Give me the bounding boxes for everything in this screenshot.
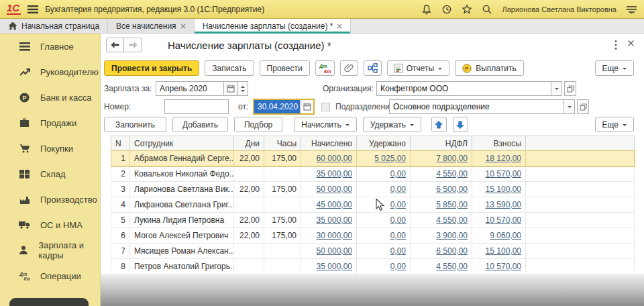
cell-ndfl[interactable]: 4 550,00	[411, 259, 472, 274]
cell-employee[interactable]: Ковальков Николай Федо...	[130, 166, 234, 182]
attachments-button[interactable]	[340, 60, 358, 76]
tab-all-accruals[interactable]: Все начисления	[108, 19, 195, 33]
calendar-picker-button[interactable]	[300, 100, 313, 113]
forward-button[interactable]	[124, 38, 142, 52]
cell-row-number[interactable]: 4	[111, 197, 130, 213]
cell-fees[interactable]: 10 570,00	[472, 213, 526, 228]
open-organization-button[interactable]	[564, 81, 576, 96]
col-header-employee[interactable]: Сотрудник	[130, 136, 234, 151]
cell-employee[interactable]: Могов Алексей Петрович	[130, 228, 234, 244]
cell-accrued[interactable]: 30 000,00	[301, 228, 357, 244]
cell-employee[interactable]: Петров Анатолий Григорь...	[130, 259, 234, 274]
cell-fees[interactable]: 15 100,00	[472, 244, 526, 259]
col-header-ndfl[interactable]: НДФЛ	[411, 136, 472, 151]
cell-withheld[interactable]: 0,00	[357, 259, 411, 274]
cell-row-number[interactable]: 1	[111, 151, 130, 166]
table-row[interactable]: 4 Лифанова Светлана Григ... 45 000,00 0,…	[111, 197, 635, 213]
table-row[interactable]: 8 Петров Анатолий Григорь... 35 000,00 0…	[111, 259, 635, 274]
sidebar-item-salary-hr[interactable]: Зарплата и кадры	[0, 238, 100, 263]
organization-input[interactable]: Конфетпром ООО	[376, 81, 562, 96]
cell-days[interactable]	[234, 166, 264, 182]
cell-employee[interactable]: Ларионова Светлана Вик...	[130, 182, 234, 197]
cell-withheld[interactable]: 0,00	[357, 166, 411, 182]
sidebar-next-item-stub[interactable]	[9, 298, 89, 306]
pick-button[interactable]: Подбор	[234, 117, 282, 132]
calendar-picker-button[interactable]	[224, 81, 238, 96]
cell-fees[interactable]: 15 100,00	[472, 182, 526, 197]
number-input[interactable]	[164, 99, 229, 114]
cell-days[interactable]: 22,00	[234, 151, 264, 166]
cell-accrued[interactable]: 45 000,00	[301, 197, 357, 213]
service-menu-icon[interactable]	[626, 5, 637, 14]
cell-hours[interactable]: 175,00	[264, 151, 301, 166]
cell-ndfl[interactable]: 7 800,00	[411, 151, 472, 166]
sidebar-item-operations[interactable]: ДтКт Операции	[0, 263, 100, 289]
move-row-down-button[interactable]	[453, 117, 468, 132]
sidebar-item-bank-cash[interactable]: Р Банк и касса	[0, 85, 100, 110]
cell-days[interactable]: 22,00	[234, 213, 264, 228]
salary-period-input[interactable]: Апрель 2020	[156, 81, 224, 96]
cell-withheld[interactable]: 0,00	[357, 244, 411, 259]
form-close-icon[interactable]	[627, 40, 635, 47]
dropdown-button[interactable]	[564, 100, 574, 113]
cell-hours[interactable]: 175,00	[264, 228, 301, 244]
fill-button[interactable]: Заполнить	[104, 117, 166, 132]
kebab-menu-icon[interactable]	[614, 40, 617, 50]
cell-ndfl[interactable]: 4 550,00	[411, 166, 472, 182]
open-department-button[interactable]	[577, 99, 589, 114]
post-button[interactable]: Провести	[260, 60, 310, 76]
table-row[interactable]: 5 Лукина Лидия Петровна 22,00 175,00 35 …	[111, 213, 635, 228]
current-user-name[interactable]: Ларионова Светлана Викторовна	[502, 5, 616, 13]
dropdown-button[interactable]	[551, 82, 561, 95]
cell-accrued[interactable]: 60 000,00	[301, 151, 357, 166]
sidebar-item-manager[interactable]: Руководителю	[0, 59, 100, 85]
cell-withheld[interactable]: 0,00	[357, 228, 411, 244]
more-button-table[interactable]: Еще	[595, 117, 634, 132]
cell-fees[interactable]: 18 120,00	[472, 151, 526, 166]
reports-button[interactable]: Отчеты	[387, 60, 449, 76]
tab-close-icon[interactable]	[180, 23, 186, 29]
dtkt-postings-button[interactable]: ДтКт	[315, 60, 335, 76]
cell-days[interactable]	[234, 259, 264, 274]
sidebar-item-purchases[interactable]: Покупки	[0, 136, 100, 161]
favorites-star-icon[interactable]	[462, 4, 472, 15]
cell-ndfl[interactable]: 3 900,00	[411, 228, 472, 244]
cell-accrued[interactable]: 50 000,00	[301, 182, 357, 197]
cell-accrued[interactable]: 35 000,00	[301, 259, 357, 274]
search-icon[interactable]	[482, 4, 492, 15]
back-button[interactable]	[106, 38, 124, 52]
cell-employee[interactable]: Мясищев Роман Алексан...	[130, 244, 234, 259]
cell-accrued[interactable]: 35 000,00	[301, 166, 357, 182]
table-row[interactable]: 1 Абрамов Геннадий Серге... 22,00 175,00…	[111, 151, 635, 166]
cell-days[interactable]	[234, 244, 264, 259]
cell-accrued[interactable]: 50 000,00	[301, 244, 357, 259]
pay-button[interactable]: Р Выплатить	[455, 60, 524, 76]
notifications-bell-icon[interactable]	[421, 4, 432, 15]
cell-employee[interactable]: Абрамов Геннадий Серге...	[130, 151, 234, 166]
cell-days[interactable]: 22,00	[234, 228, 264, 244]
more-button-toolbar[interactable]: Еще	[595, 60, 634, 76]
write-button[interactable]: Записать	[205, 60, 254, 76]
col-header-withheld[interactable]: Удержано	[357, 136, 411, 151]
cell-row-number[interactable]: 8	[111, 259, 130, 274]
cell-hours[interactable]	[264, 166, 301, 182]
cell-fees[interactable]: 9 060,00	[472, 228, 526, 244]
table-row[interactable]: 3 Ларионова Светлана Вик... 22,00 175,00…	[111, 182, 635, 197]
sidebar-item-production[interactable]: Производство	[0, 187, 100, 212]
cell-days[interactable]: 22,00	[234, 182, 264, 197]
cell-fees[interactable]: 10 570,00	[472, 259, 526, 274]
cell-employee[interactable]: Лукина Лидия Петровна	[130, 213, 234, 228]
col-header-accrued[interactable]: Начислено	[301, 136, 357, 151]
department-input[interactable]: Основное подразделение	[389, 99, 575, 114]
cell-hours[interactable]: 175,00	[264, 182, 301, 197]
cell-withheld[interactable]: 5 025,00	[357, 151, 411, 166]
cell-row-number[interactable]: 5	[111, 213, 130, 228]
sidebar-item-main[interactable]: Главное	[0, 34, 100, 59]
sidebar-item-warehouse[interactable]: Склад	[0, 161, 100, 187]
cell-row-number[interactable]: 7	[111, 244, 130, 259]
cell-row-number[interactable]: 6	[111, 228, 130, 244]
post-and-close-button[interactable]: Провести и закрыть	[104, 60, 199, 76]
cell-accrued[interactable]: 35 000,00	[301, 213, 357, 228]
col-header-days[interactable]: Дни	[234, 136, 264, 151]
col-header-hours[interactable]: Часы	[264, 136, 301, 151]
